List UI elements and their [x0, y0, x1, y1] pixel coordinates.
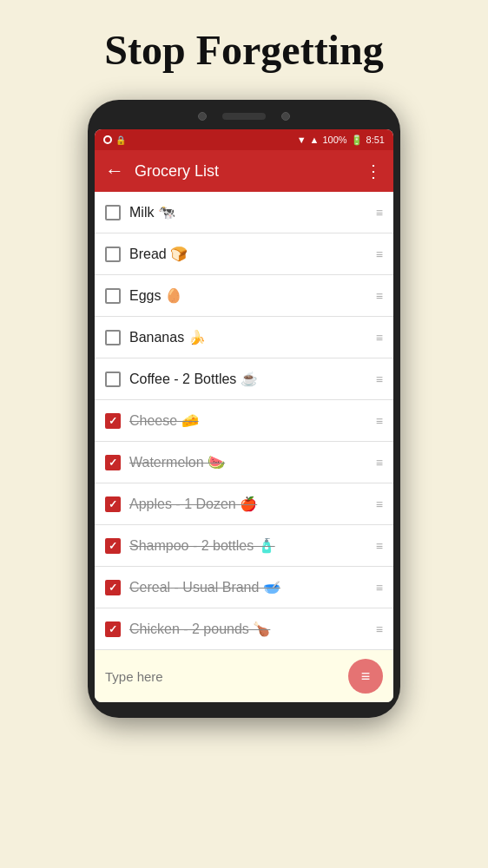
item-checkbox[interactable] [105, 580, 121, 595]
drag-handle-icon[interactable]: ≡ [376, 622, 383, 636]
item-checkbox[interactable] [105, 621, 121, 637]
item-checkbox[interactable] [105, 247, 121, 262]
status-right: ▼ ▲ 100% 🔋 8:51 [297, 135, 385, 146]
phone-frame: 🔒 ▼ ▲ 100% 🔋 8:51 ← Grocery List ⋮ Milk … [88, 100, 400, 718]
drag-handle-icon[interactable]: ≡ [376, 206, 383, 220]
item-label: Eggs 🥚 [129, 287, 367, 304]
list-item: Bananas 🍌≡ [95, 317, 393, 358]
sensor [281, 112, 290, 121]
drag-handle-icon[interactable]: ≡ [376, 372, 383, 386]
lock-icon: 🔒 [115, 135, 126, 145]
list-item: Watermelon 🍉≡ [95, 442, 393, 483]
item-label: Cheese 🧀 [129, 412, 367, 429]
drag-handle-icon[interactable]: ≡ [376, 331, 383, 345]
drag-handle-icon[interactable]: ≡ [376, 289, 383, 303]
list-item: Chicken - 2 pounds 🍗≡ [95, 608, 393, 649]
front-camera [198, 112, 207, 121]
list-item: Apples - 1 Dozen 🍎≡ [95, 483, 393, 525]
list-item: Cheese 🧀≡ [95, 400, 393, 442]
list-item: Cereal - Usual Brand 🥣≡ [95, 567, 393, 608]
item-label: Cereal - Usual Brand 🥣 [129, 579, 367, 595]
drag-handle-icon[interactable]: ≡ [376, 247, 383, 261]
list-item: Coffee - 2 Bottles ☕≡ [95, 358, 393, 400]
phone-screen: 🔒 ▼ ▲ 100% 🔋 8:51 ← Grocery List ⋮ Milk … [95, 129, 393, 702]
item-checkbox[interactable] [105, 288, 121, 304]
item-label: Bananas 🍌 [129, 329, 367, 345]
input-bar: ≡ [95, 649, 393, 702]
item-label: Coffee - 2 Bottles ☕ [129, 371, 367, 387]
status-left: 🔒 [103, 135, 126, 145]
signal-icon: ▲ [310, 135, 320, 145]
list-item: Shampoo - 2 bottles 🧴≡ [95, 525, 393, 567]
item-checkbox[interactable] [105, 372, 121, 387]
drag-handle-icon[interactable]: ≡ [376, 539, 383, 553]
page-title: Stop Forgetting [104, 26, 383, 74]
screen-title: Grocery List [135, 162, 354, 181]
item-label: Milk 🐄 [129, 204, 367, 220]
time-display: 8:51 [366, 135, 385, 145]
item-checkbox[interactable] [105, 413, 121, 429]
overflow-menu-button[interactable]: ⋮ [365, 161, 383, 181]
item-label: Bread 🍞 [129, 246, 367, 262]
status-bar: 🔒 ▼ ▲ 100% 🔋 8:51 [95, 129, 393, 150]
item-label: Watermelon 🍉 [129, 454, 367, 470]
back-button[interactable]: ← [105, 160, 124, 182]
item-checkbox[interactable] [105, 205, 121, 220]
list-item: Bread 🍞≡ [95, 233, 393, 275]
app-bar: ← Grocery List ⋮ [95, 150, 393, 192]
status-circle-icon [103, 135, 112, 144]
list-item: Milk 🐄≡ [95, 192, 393, 233]
wifi-icon: ▼ [297, 135, 307, 145]
item-label: Apples - 1 Dozen 🍎 [129, 496, 367, 512]
item-checkbox[interactable] [105, 455, 121, 470]
battery-percent: 100% [322, 135, 346, 145]
drag-handle-icon[interactable]: ≡ [376, 581, 383, 595]
send-icon: ≡ [361, 667, 371, 686]
item-checkbox[interactable] [105, 538, 121, 554]
drag-handle-icon[interactable]: ≡ [376, 497, 383, 511]
drag-handle-icon[interactable]: ≡ [376, 414, 383, 428]
list-item: Eggs 🥚≡ [95, 275, 393, 317]
item-label: Chicken - 2 pounds 🍗 [129, 621, 367, 637]
send-button[interactable]: ≡ [348, 659, 383, 694]
drag-handle-icon[interactable]: ≡ [376, 456, 383, 470]
item-checkbox[interactable] [105, 496, 121, 512]
battery-icon: 🔋 [351, 135, 363, 146]
phone-top-bar [95, 112, 393, 121]
item-checkbox[interactable] [105, 330, 121, 345]
item-label: Shampoo - 2 bottles 🧴 [129, 537, 367, 554]
item-input[interactable] [105, 669, 348, 684]
phone-speaker [222, 113, 266, 120]
grocery-list: Milk 🐄≡Bread 🍞≡Eggs 🥚≡Bananas 🍌≡Coffee -… [95, 192, 393, 649]
